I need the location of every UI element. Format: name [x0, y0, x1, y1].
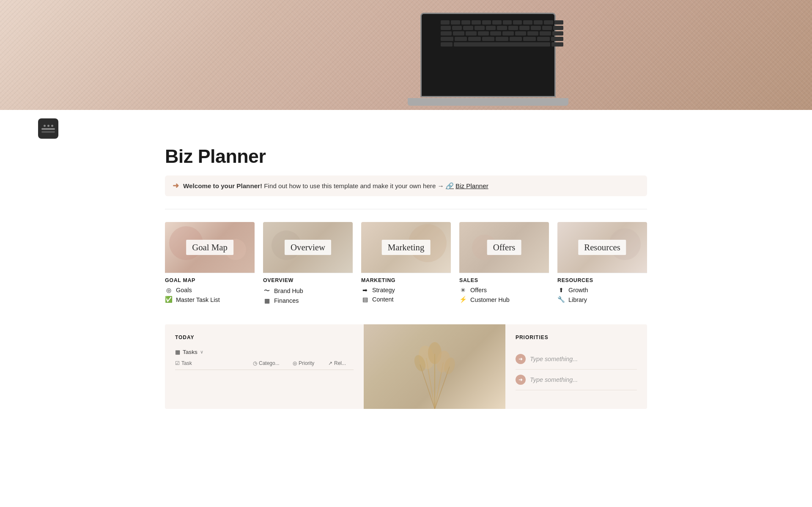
card-image-marketing: Marketing [361, 222, 451, 273]
brand-hub-label: Brand Hub [274, 288, 303, 294]
page-title: Biz Planner [165, 145, 647, 167]
section-card-grid: Goal Map GOAL MAP ◎ Goals ✅ Master Task … [165, 222, 647, 307]
customer-hub-icon: ⚡ [459, 296, 467, 303]
finances-label: Finances [274, 297, 299, 304]
icon-bar1 [41, 128, 55, 130]
th-priority: ◎ Priority [293, 360, 326, 366]
priority-placeholder-1[interactable]: Type something... [530, 356, 578, 362]
priority-arrow-icon-2: ➜ [516, 375, 526, 385]
callout-link-text: Biz Planner [455, 182, 488, 189]
content-label: Content [372, 296, 393, 303]
card-label-marketing: Marketing [382, 240, 431, 255]
card-marketing[interactable]: Marketing MARKETING ➡ Strategy ▤ Content [361, 222, 451, 307]
table-header-row: ☑ Task ◷ Catego... ◎ Priority ↗ Rel... [175, 360, 354, 370]
tasks-table-icon: ▦ [175, 349, 180, 355]
link-brand-hub[interactable]: 〜 Brand Hub [263, 287, 353, 295]
master-task-icon: ✅ [165, 296, 173, 303]
callout-regular: Find out how to use this template and ma… [264, 182, 444, 189]
card-links-goal: ◎ Goals ✅ Master Task List [165, 287, 255, 307]
hero-texture [0, 0, 812, 110]
link-growth[interactable]: ⬆ Growth [557, 287, 647, 293]
priority-item-1[interactable]: ➜ Type something... [516, 349, 637, 370]
master-task-label: Master Task List [176, 296, 220, 303]
link-strategy[interactable]: ➡ Strategy [361, 287, 451, 293]
card-resources[interactable]: Resources RESOURCES ⬆ Growth 🔧 Library [557, 222, 647, 307]
main-content: Biz Planner ➜ Welcome to your Planner! F… [127, 145, 685, 409]
pampas-grass-decoration [392, 341, 477, 409]
card-goal-map[interactable]: Goal Map GOAL MAP ◎ Goals ✅ Master Task … [165, 222, 255, 307]
laptop-decoration [408, 13, 568, 106]
card-links-marketing: ➡ Strategy ▤ Content [361, 287, 451, 306]
th-task-label: Task [181, 360, 192, 366]
welcome-callout[interactable]: ➜ Welcome to your Planner! Find out how … [165, 175, 647, 196]
card-label-sales: Offers [487, 240, 521, 255]
content-icon: ▤ [361, 296, 369, 303]
card-image-sales: Offers [459, 222, 549, 273]
priorities-panel: PRIORITIES ➜ Type something... ➜ Type so… [505, 324, 647, 409]
card-label-goal: Goal Map [186, 240, 233, 255]
goals-icon: ◎ [165, 287, 173, 293]
link-master-task[interactable]: ✅ Master Task List [165, 296, 255, 303]
th-category-icon: ◷ [253, 360, 257, 366]
today-panel: TODAY ▦ Tasks ∨ ☑ Task ◷ Catego... ◎ Pri… [165, 324, 364, 409]
card-image-overview: Overview [263, 222, 353, 273]
card-sales[interactable]: Offers SALES ✳ Offers ⚡ Customer Hub [459, 222, 549, 307]
card-title-goal: GOAL MAP [165, 273, 255, 287]
offers-label: Offers [470, 287, 487, 293]
card-overview[interactable]: Overview OVERVIEW 〜 Brand Hub ▦ Finances [263, 222, 353, 307]
card-title-marketing: MARKETING [361, 273, 451, 287]
th-category: ◷ Catego... [253, 360, 291, 366]
growth-icon: ⬆ [557, 287, 565, 293]
icon-bar2 [41, 131, 55, 133]
tasks-chevron-icon: ∨ [200, 349, 203, 355]
th-rel-label: Rel... [334, 360, 346, 366]
link-finances[interactable]: ▦ Finances [263, 297, 353, 304]
link-customer-hub[interactable]: ⚡ Customer Hub [459, 296, 549, 303]
section-divider [165, 209, 647, 209]
goals-label: Goals [176, 287, 192, 293]
priority-placeholder-2[interactable]: Type something... [530, 376, 578, 383]
strategy-label: Strategy [372, 287, 395, 293]
link-goals[interactable]: ◎ Goals [165, 287, 255, 293]
th-priority-icon: ◎ [293, 360, 297, 366]
callout-text: Welcome to your Planner! Find out how to… [183, 182, 488, 190]
page-icon [38, 118, 58, 139]
callout-bold: Welcome to your Planner! [183, 182, 262, 189]
callout-arrow-icon: ➜ [173, 181, 179, 190]
th-rel: ↗ Rel... [328, 360, 354, 366]
strategy-icon: ➡ [361, 287, 369, 293]
card-title-overview: OVERVIEW [263, 273, 353, 287]
link-content[interactable]: ▤ Content [361, 296, 451, 303]
priority-item-2[interactable]: ➜ Type something... [516, 370, 637, 390]
card-image-goal: Goal Map [165, 222, 255, 273]
callout-link-icon: 🔗 [446, 182, 454, 190]
priority-arrow-icon-1: ➜ [516, 354, 526, 364]
card-links-overview: 〜 Brand Hub ▦ Finances [263, 287, 353, 307]
icon-dots [44, 125, 53, 127]
link-library[interactable]: 🔧 Library [557, 296, 647, 303]
th-rel-icon: ↗ [328, 360, 332, 366]
library-label: Library [568, 296, 587, 303]
tasks-label: Tasks [183, 349, 198, 355]
growth-label: Growth [568, 287, 588, 293]
tasks-header[interactable]: ▦ Tasks ∨ [175, 349, 354, 355]
card-links-resources: ⬆ Growth 🔧 Library [557, 287, 647, 307]
th-task: ☑ Task [175, 360, 251, 366]
th-category-label: Catego... [259, 360, 280, 366]
th-task-icon: ☑ [175, 360, 180, 366]
finances-icon: ▦ [263, 297, 271, 304]
card-label-overview: Overview [285, 240, 331, 255]
today-title: TODAY [175, 334, 354, 340]
middle-image [364, 324, 505, 409]
card-links-sales: ✳ Offers ⚡ Customer Hub [459, 287, 549, 307]
card-title-resources: RESOURCES [557, 273, 647, 287]
th-priority-label: Priority [299, 360, 314, 366]
bottom-section: TODAY ▦ Tasks ∨ ☑ Task ◷ Catego... ◎ Pri… [165, 324, 647, 409]
priorities-title: PRIORITIES [516, 334, 637, 340]
library-icon: 🔧 [557, 296, 565, 303]
brand-hub-icon: 〜 [263, 287, 271, 295]
middle-panel [364, 324, 505, 409]
link-offers[interactable]: ✳ Offers [459, 287, 549, 293]
callout-link[interactable]: 🔗 Biz Planner [446, 182, 488, 190]
card-title-sales: SALES [459, 273, 549, 287]
